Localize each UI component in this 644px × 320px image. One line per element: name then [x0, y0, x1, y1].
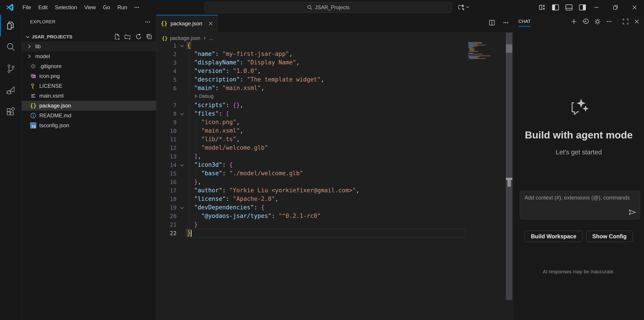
code-line-1[interactable]: 1{ [156, 41, 513, 50]
close-panel-icon[interactable] [634, 18, 640, 25]
code-line-22[interactable]: 22} [156, 229, 513, 237]
toggle-primary-sidebar-icon[interactable] [552, 4, 559, 11]
copilot-button[interactable] [457, 3, 470, 12]
workspace-section-header[interactable]: JSAR_PROJECTS [22, 32, 156, 41]
breadcrumb[interactable]: {} package.json ... [162, 34, 213, 42]
chevron-down-icon [466, 5, 470, 9]
line-number: 17 [156, 187, 176, 194]
build-workspace-button[interactable]: Build Workspace [525, 231, 582, 242]
menu-run[interactable]: Run [114, 2, 131, 12]
toggle-panel-icon[interactable] [565, 4, 573, 11]
titlebar: FileEditSelectionViewGoRun JSAR_Projects [0, 0, 644, 15]
minimize-button[interactable] [587, 0, 606, 15]
code-line-12[interactable]: 12 "model/welcome.glb" [156, 144, 513, 152]
code-line-2[interactable]: 2 "name": "my-first-jsar-app", [156, 50, 513, 58]
toggle-secondary-sidebar-icon[interactable] [579, 4, 586, 11]
code-line-17[interactable]: 17 "author": "Yorkie Liu <yorkiefixer@gm… [156, 186, 513, 195]
menu-file[interactable]: File [19, 2, 35, 12]
fold-chevron-icon[interactable] [179, 162, 185, 168]
tree-item-license[interactable]: LICENSE [22, 81, 156, 91]
restore-button[interactable] [606, 0, 625, 15]
fold-chevron-icon[interactable] [179, 43, 185, 48]
sidebar-more-actions-icon[interactable] [144, 19, 151, 25]
code-line-16[interactable]: 16 }, [156, 178, 513, 186]
send-icon[interactable] [628, 209, 636, 216]
code-line-4[interactable]: 4 "version": "1.0.0", [156, 67, 513, 75]
tree-item--gitignore[interactable]: .gitignore [22, 61, 156, 71]
activity-explorer[interactable] [0, 15, 22, 36]
command-center-search[interactable]: JSAR_Projects [204, 2, 452, 13]
settings-gear-icon[interactable] [594, 18, 601, 25]
menu-view[interactable]: View [81, 2, 100, 12]
code-line-15[interactable]: 15 "base": "./model/welcome.glb" [156, 169, 513, 178]
tree-item-package-json[interactable]: {}package.json [22, 101, 156, 111]
new-file-icon[interactable] [114, 33, 120, 40]
tab-package-json[interactable]: {} package.json [156, 15, 218, 32]
current-line-highlight [185, 229, 466, 237]
history-icon[interactable] [582, 18, 589, 25]
code-line-10[interactable]: 10 "main.xsml", [156, 127, 513, 135]
code-line-6[interactable]: 6 "main": "main.xsml", [156, 84, 513, 92]
menu-edit[interactable]: Edit [35, 2, 51, 12]
editor-scrollbar[interactable] [506, 32, 512, 300]
code-line-18[interactable]: 18 "license": "Apache-2.0", [156, 195, 513, 203]
split-editor-icon[interactable] [488, 19, 495, 26]
line-number: 4 [156, 68, 176, 74]
chat-input[interactable]: Add context (#), extensions (@), command… [520, 191, 640, 220]
collapse-all-icon[interactable] [146, 33, 152, 40]
line-number: 7 [156, 102, 176, 109]
code-line-21[interactable]: 21 } [156, 220, 513, 229]
activity-source-control[interactable] [0, 58, 22, 79]
json-file-icon: {} [161, 20, 167, 27]
refresh-icon[interactable] [135, 33, 142, 40]
code-line-19[interactable]: 19 "devDependencies": { [156, 203, 513, 212]
activity-run-debug[interactable] [0, 79, 22, 101]
breadcrumb-more[interactable]: ... [209, 35, 213, 41]
code-line-3[interactable]: 3 "displayName": "Display Name", [156, 58, 513, 67]
code-area[interactable]: 1{2 "name": "my-first-jsar-app",3 "displ… [156, 41, 513, 237]
tree-item-lib[interactable]: lib [22, 41, 156, 51]
activity-search[interactable] [0, 36, 22, 58]
menu-more-icon[interactable] [131, 3, 143, 12]
code-text: "files": [ [187, 110, 229, 117]
new-folder-icon[interactable] [124, 33, 132, 40]
tree-item-readme-md[interactable]: README.md [22, 111, 156, 120]
tree-item-label: README.md [39, 112, 72, 119]
tree-item-tsconfig-json[interactable]: TStsconfig.json [22, 120, 156, 130]
maximize-panel-icon[interactable] [622, 18, 629, 25]
chat-tab[interactable]: CHAT [518, 19, 531, 24]
info-file-icon [30, 112, 36, 119]
code-line-11[interactable]: 11 "lib/*.ts", [156, 135, 513, 144]
code-line-8[interactable]: 8 "files": [ [156, 109, 513, 118]
scrollbar-thumb[interactable] [506, 44, 512, 53]
minimap[interactable] [468, 41, 505, 61]
close-window-button[interactable] [625, 0, 644, 15]
fold-chevron-icon[interactable] [179, 205, 185, 211]
activity-extensions[interactable] [0, 101, 22, 122]
code-line-20[interactable]: 20 "@yodaos-jsar/types": "^0.2.1-rc0" [156, 212, 513, 220]
new-chat-icon[interactable] [570, 18, 577, 25]
line-number: 22 [156, 230, 176, 237]
menu-selection[interactable]: Selection [51, 2, 81, 12]
tree-item-model[interactable]: model [22, 51, 156, 61]
menu-go[interactable]: Go [99, 2, 114, 12]
file-tree: libmodel.gitignoreicon.pngLICENSEmain.xs… [22, 41, 156, 130]
code-line-9[interactable]: 9 "icon.png", [156, 118, 513, 127]
tab-close-icon[interactable] [208, 21, 214, 26]
tree-item-main-xsml[interactable]: main.xsml [22, 91, 156, 101]
customize-layout-icon[interactable] [539, 4, 546, 11]
code-line-7[interactable]: 7 "scripts": {}, [156, 101, 513, 109]
code-line-14[interactable]: 14 "icon3d": { [156, 161, 513, 169]
code-line-13[interactable]: 13 ], [156, 152, 513, 161]
fold-chevron-icon[interactable] [179, 111, 185, 117]
tree-item-icon-png[interactable]: icon.png [22, 71, 156, 81]
show-config-button[interactable]: Show Config [586, 231, 633, 242]
more-actions-icon[interactable] [502, 19, 509, 26]
json-file-icon: {} [162, 35, 168, 41]
code-line-5[interactable]: 5 "description": "The template widget", [156, 75, 513, 84]
explorer-sidebar: EXPLORER JSAR_PROJECTS libmodel.gitignor… [22, 15, 156, 320]
codelens-debug-link[interactable]: Debug [194, 93, 214, 99]
more-actions-icon[interactable] [606, 18, 612, 25]
breadcrumb-file[interactable]: package.json [170, 35, 200, 41]
line-number: 10 [156, 128, 176, 134]
